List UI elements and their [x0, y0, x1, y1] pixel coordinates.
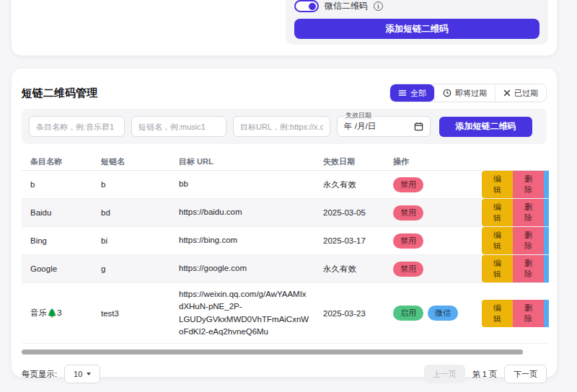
column-header: 条目名称: [30, 156, 101, 167]
column-header: 短链名: [101, 156, 179, 167]
cell-short-name: test3: [101, 309, 179, 318]
cell-actions: 编辑删除二维码: [482, 199, 549, 226]
tab-all[interactable]: 全部: [390, 84, 434, 102]
chevron-down-icon: [87, 373, 91, 375]
cell-expiry: 2025-03-23: [323, 309, 393, 318]
table-row: Bingbihttps://bing.com2025-03-17禁用编辑删除二维…: [22, 227, 549, 255]
table-row: Baidubdhttps://baidu.com2025-03-05禁用编辑删除…: [22, 199, 549, 227]
cell-actions: 编辑删除二维码: [482, 255, 549, 282]
info-icon[interactable]: i: [374, 1, 383, 11]
edit-button[interactable]: 编辑: [482, 300, 513, 327]
delete-button[interactable]: 删除: [513, 171, 544, 198]
column-header: 失效日期: [323, 156, 393, 167]
list-icon: [398, 89, 407, 97]
cell-short-name: bi: [101, 236, 179, 245]
table-row: 音乐🌲3test3https://weixin.qq.com/g/AwYAAMI…: [22, 283, 549, 344]
cell-actions: 编辑删除二维码: [482, 227, 549, 254]
status-toggle-badge[interactable]: 禁用: [393, 262, 423, 277]
cell-status: 禁用: [393, 205, 482, 220]
filter-bar: 失效日期 年 /月/日 添加短链二维码: [22, 109, 547, 144]
cell-entry-name: b: [30, 180, 101, 189]
delete-button[interactable]: 删除: [513, 227, 544, 254]
expiry-date-field: 失效日期 年 /月/日: [337, 116, 431, 137]
edit-button[interactable]: 编辑: [482, 255, 513, 282]
status-toggle-badge[interactable]: 禁用: [393, 233, 423, 249]
qrcode-button[interactable]: 二维码: [544, 171, 549, 198]
cell-target-url: https://bing.com: [179, 229, 323, 251]
cell-status: 禁用: [393, 262, 482, 277]
delete-button[interactable]: 删除: [513, 255, 544, 282]
edit-button[interactable]: 编辑: [482, 199, 513, 226]
cell-actions: 编辑删除二维码: [482, 300, 549, 327]
shortlink-table: 条目名称短链名目标 URL失效日期操作 bbbb永久有效禁用编辑删除二维码Bai…: [22, 153, 549, 344]
cell-status: 启用微信: [393, 306, 482, 321]
cell-short-name: g: [101, 264, 179, 273]
expiry-date-value: 年 /月/日: [344, 121, 376, 132]
cell-entry-name: 音乐🌲3: [30, 308, 101, 318]
cell-expiry: 永久有效: [323, 179, 393, 190]
add-shortlink-qr-button-top[interactable]: 添加短链二维码: [294, 19, 539, 39]
cell-entry-name: Bing: [30, 236, 101, 245]
per-page-value: 10: [74, 370, 82, 378]
cell-short-name: bd: [101, 208, 179, 217]
cell-status: 禁用: [393, 177, 482, 192]
cell-entry-name: Baidu: [30, 208, 101, 217]
cell-target-url: bb: [179, 173, 323, 195]
x-icon: [503, 89, 511, 97]
page-title: 短链二维码管理: [22, 86, 97, 100]
edit-button[interactable]: 编辑: [482, 227, 513, 254]
status-toggle-badge[interactable]: 禁用: [393, 205, 423, 220]
column-header: 目标 URL: [179, 156, 323, 168]
qrcode-button[interactable]: 二维码: [544, 227, 549, 254]
qrcode-button[interactable]: 二维码: [544, 300, 549, 327]
shortlink-manager-card: 短链二维码管理 全部即将过期已过期 失效日期 年 /月/日 添加短链二维码 条目…: [12, 68, 557, 377]
page-indicator: 第 1 页: [471, 369, 498, 380]
next-page-button[interactable]: 下一页: [504, 365, 547, 383]
entry-name-input[interactable]: [29, 116, 125, 137]
cell-actions: 编辑删除二维码: [482, 171, 549, 198]
cell-target-url: https://weixin.qq.com/g/AwYAAMIxdXHuN-pN…: [179, 283, 323, 343]
cell-short-name: b: [101, 180, 179, 189]
wechat-qr-card: 微信二维码 i 添加短链二维码: [12, 0, 557, 55]
horizontal-scrollbar: [22, 349, 549, 355]
per-page-label: 每页显示:: [22, 369, 57, 380]
tab-expiring-soon[interactable]: 即将过期: [434, 84, 495, 102]
filter-tabs: 全部即将过期已过期: [389, 84, 547, 102]
prev-page-button[interactable]: 上一页: [424, 365, 465, 383]
cell-status: 禁用: [393, 233, 482, 249]
tab-label: 已过期: [514, 88, 538, 99]
tab-expired[interactable]: 已过期: [495, 84, 546, 102]
per-page-select[interactable]: 10: [64, 365, 100, 383]
edit-button[interactable]: 编辑: [482, 171, 513, 198]
table-row: Googleghttps://google.com永久有效禁用编辑删除二维码: [22, 255, 549, 283]
cell-expiry: 永久有效: [323, 264, 393, 275]
short-name-input[interactable]: [131, 116, 226, 137]
tab-label: 全部: [410, 88, 426, 99]
expiry-date-label: 失效日期: [343, 112, 374, 120]
qrcode-button[interactable]: 二维码: [544, 255, 549, 282]
table-header-row: 条目名称短链名目标 URL失效日期操作: [22, 153, 549, 171]
pagination: 上一页 第 1 页 下一页: [424, 365, 547, 383]
cell-target-url: https://google.com: [179, 257, 323, 280]
add-shortlink-qr-button[interactable]: 添加短链二维码: [439, 117, 532, 137]
tab-label: 即将过期: [455, 88, 487, 99]
cell-target-url: https://baidu.com: [179, 201, 323, 223]
toggle-knob: [309, 3, 316, 10]
wechat-qr-panel: 微信二维码 i 添加短链二维码: [286, 0, 548, 45]
qrcode-button[interactable]: 二维码: [544, 199, 549, 226]
wechat-qr-toggle[interactable]: [294, 0, 319, 12]
cell-expiry: 2025-03-17: [323, 236, 393, 245]
calendar-icon: [414, 122, 423, 131]
wechat-badge: 微信: [428, 306, 458, 321]
status-toggle-badge[interactable]: 禁用: [393, 177, 423, 192]
cell-entry-name: Google: [30, 264, 101, 273]
table-row: bbbb永久有效禁用编辑删除二维码: [22, 171, 549, 199]
target-url-input[interactable]: [233, 116, 330, 137]
delete-button[interactable]: 删除: [513, 300, 544, 327]
horizontal-scrollbar-thumb[interactable]: [22, 349, 523, 355]
clock-icon: [443, 89, 452, 97]
status-toggle-badge[interactable]: 启用: [393, 306, 423, 321]
column-header: 操作: [393, 156, 482, 167]
delete-button[interactable]: 删除: [513, 199, 544, 226]
cell-expiry: 2025-03-05: [323, 208, 393, 217]
